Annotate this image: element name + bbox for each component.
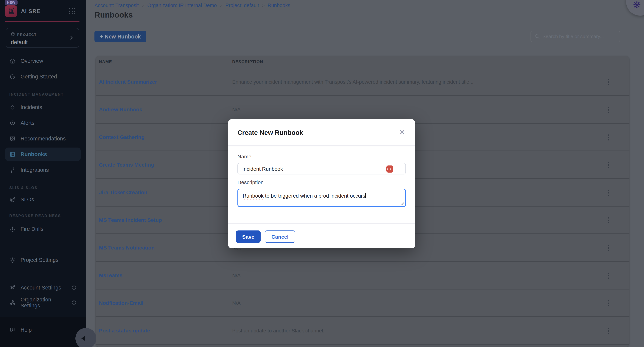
sidebar-item-label: Account Settings	[20, 285, 61, 291]
breadcrumb-organization[interactable]: Organization: IR Internal Demo	[147, 3, 217, 8]
sidebar-section-response-readiness: RESPONSE READINESS	[9, 214, 61, 218]
description-label: Description	[238, 179, 264, 185]
row-menu-button[interactable]	[604, 299, 613, 308]
column-header-description: DESCRIPTION	[232, 59, 263, 64]
runbook-description: N/A	[232, 273, 240, 278]
sidebar-item-runbooks[interactable]: Runbooks	[5, 148, 81, 161]
cancel-button[interactable]: Cancel	[265, 230, 295, 243]
help-chat-icon	[9, 327, 16, 333]
save-button[interactable]: Save	[236, 230, 260, 243]
sidebar-item-account-settings[interactable]: Account Settings	[5, 281, 81, 294]
sidebar-item-project-settings[interactable]: Project Settings	[5, 253, 81, 267]
runbook-link[interactable]: Andrew Runbook	[99, 107, 142, 112]
sidebar-item-label: Fire Drills	[20, 226, 43, 232]
runbook-icon	[9, 151, 16, 157]
project-label: PROJECT	[17, 33, 37, 37]
row-menu-button[interactable]	[604, 78, 613, 87]
description-text-misspelled: Runbook	[243, 193, 264, 199]
row-menu-button[interactable]	[604, 216, 613, 225]
sidebar-item-fire-drills[interactable]: Fire Drills	[5, 222, 81, 236]
sidebar-item-label: Alerts	[20, 120, 34, 126]
sparkle-badge-icon	[9, 135, 16, 142]
runbook-description: Post an update to another Slack channel.	[232, 328, 324, 333]
row-menu-button[interactable]	[604, 161, 613, 170]
runbook-link[interactable]: Notification-Email	[99, 300, 143, 306]
table-row: AI Incident Summarizer Enhance your inci…	[96, 68, 630, 96]
text-caret	[365, 193, 366, 198]
runbook-description: N/A	[232, 107, 240, 112]
sidebar-accent-divider	[5, 21, 80, 22]
project-value: default	[11, 39, 28, 45]
runbook-link[interactable]: Create Teams Meeting	[99, 162, 154, 168]
sidebar-item-label: Recommendations	[20, 136, 66, 142]
page-title: Runbooks	[94, 11, 133, 20]
sidebar-item-help[interactable]: Help	[5, 323, 81, 336]
breadcrumb-separator: >	[142, 3, 144, 8]
runbook-description: Enhance your incident management with Tr…	[232, 79, 474, 85]
breadcrumb-separator: >	[262, 3, 265, 8]
chevron-right-icon	[69, 35, 74, 41]
description-text: to be triggered when a prod incident occ…	[264, 193, 365, 199]
flame-icon	[9, 104, 16, 110]
row-menu-button[interactable]	[604, 105, 613, 114]
breadcrumb-account[interactable]: Account: Transposit	[94, 3, 139, 8]
cube-icon	[10, 32, 15, 37]
sidebar-item-label: Runbooks	[20, 151, 47, 157]
row-menu-button[interactable]	[604, 133, 613, 142]
info-icon[interactable]	[71, 300, 76, 305]
sidebar-item-recommendations[interactable]: Recommendations	[5, 132, 81, 145]
sidebar-item-integrations[interactable]: Integrations	[5, 163, 81, 177]
runbook-link[interactable]: MS Teams Notification	[99, 245, 154, 251]
breadcrumb-separator: >	[220, 3, 222, 8]
sidebar-item-slos[interactable]: SLOs	[5, 193, 81, 206]
table-row: MsTeams N/A	[96, 262, 630, 289]
row-menu-button[interactable]	[604, 271, 613, 280]
search-icon	[534, 34, 540, 39]
sidebar-item-label: Project Settings	[20, 257, 58, 263]
row-menu-button[interactable]	[604, 243, 613, 252]
row-menu-button[interactable]	[604, 326, 613, 335]
widget-flower-icon: ❋	[633, 0, 641, 10]
search-box	[530, 31, 620, 42]
close-icon[interactable]: ✕	[397, 127, 407, 137]
new-runbook-button[interactable]: + New Runbook	[94, 31, 146, 42]
sidebar-item-getting-started[interactable]: Getting Started	[5, 70, 81, 83]
breadcrumb-runbooks[interactable]: Runbooks	[268, 3, 290, 8]
layers-gear-icon	[9, 284, 16, 291]
progress-circle-icon	[9, 73, 16, 80]
info-icon[interactable]	[71, 285, 76, 290]
app-logo-siren-icon	[5, 5, 17, 17]
column-header-name: NAME	[99, 59, 112, 64]
breadcrumb: Account: Transposit > Organization: IR I…	[94, 3, 290, 8]
runbook-link[interactable]: MS Teams Incident Setup	[99, 217, 162, 223]
runbook-link[interactable]: Context Gathering	[99, 134, 144, 140]
sidebar-item-alerts[interactable]: Alerts	[5, 116, 81, 130]
password-manager-autofill-icon[interactable]	[386, 165, 393, 173]
project-selector[interactable]: PROJECT default	[6, 28, 79, 48]
table-row: Post a status update Post an update to a…	[96, 317, 630, 345]
runbook-link[interactable]: Jira Ticket Creation	[99, 189, 147, 195]
modal-header: Create New Runbook ✕	[228, 119, 415, 146]
app-switcher-icon[interactable]	[69, 8, 76, 15]
create-runbook-modal: Create New Runbook ✕ Name Description Ru…	[228, 119, 415, 248]
runbook-link[interactable]: MsTeams	[99, 272, 122, 278]
sidebar-item-incidents[interactable]: Incidents	[5, 101, 81, 114]
sidebar-collapse-handle[interactable]	[76, 328, 96, 347]
row-menu-button[interactable]	[604, 188, 613, 197]
sidebar-item-label: SLOs	[20, 196, 34, 202]
app-viewport: NEW AI SRE PROJECT default Overview Gett…	[0, 0, 644, 347]
runbook-description-textarea[interactable]: Runbook to be triggered when a prod inci…	[238, 189, 406, 207]
sidebar-section-slis-slos: SLIS & SLOS	[9, 186, 38, 190]
home-icon	[9, 58, 16, 64]
runbook-description: N/A	[232, 300, 240, 306]
runbook-link[interactable]: AI Incident Summarizer	[99, 79, 157, 85]
breadcrumb-project[interactable]: Project: default	[225, 3, 259, 8]
sidebar-item-overview[interactable]: Overview	[5, 54, 81, 68]
runbook-name-input[interactable]	[238, 163, 406, 174]
search-input[interactable]	[542, 34, 616, 39]
target-icon	[9, 196, 16, 203]
runbook-link[interactable]: Post a status update	[99, 327, 150, 333]
sidebar-item-organization-settings[interactable]: Organization Settings	[5, 296, 81, 309]
sidebar-item-label: Help	[20, 327, 32, 333]
resize-handle-icon[interactable]	[400, 202, 404, 205]
